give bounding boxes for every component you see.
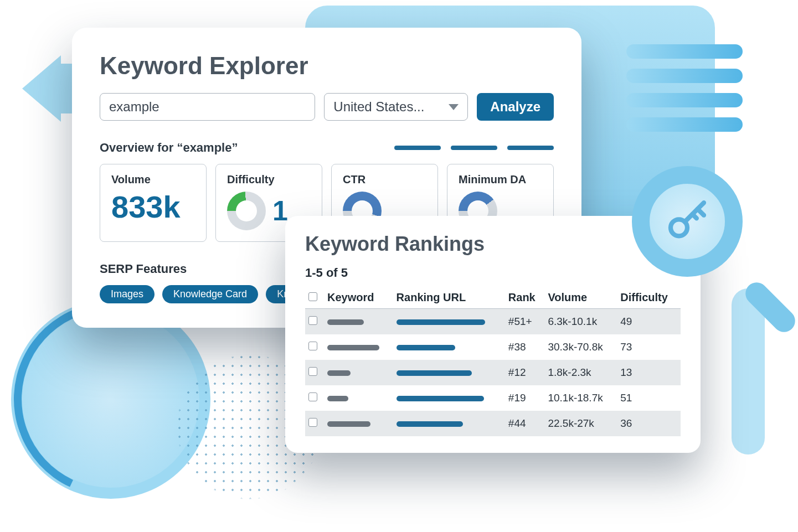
row-checkbox[interactable]	[308, 418, 317, 427]
row-checkbox[interactable]	[308, 316, 317, 325]
col-keyword: Keyword	[324, 287, 393, 309]
decor-lines	[626, 44, 743, 142]
keyword-placeholder-bar	[327, 421, 370, 427]
serp-chip[interactable]: Knowledge Card	[162, 285, 258, 303]
select-all-checkbox[interactable]	[308, 292, 317, 301]
chevron-down-icon	[449, 104, 459, 110]
cell-difficulty: 36	[617, 411, 681, 436]
decor-bar-right	[732, 288, 765, 454]
rankings-count: 1-5 of 5	[305, 266, 681, 280]
keyword-placeholder-bar	[327, 319, 364, 325]
rankings-title: Keyword Rankings	[305, 233, 681, 256]
analyze-button[interactable]: Analyze	[477, 93, 554, 121]
metric-difficulty-label: Difficulty	[227, 173, 311, 186]
overview-label: Overview for “example”	[100, 141, 238, 155]
col-volume: Volume	[544, 287, 617, 309]
table-row: #4422.5k-27k36	[305, 411, 681, 436]
decor-magnifier	[632, 166, 776, 310]
page-title: Keyword Explorer	[100, 52, 554, 80]
url-placeholder-bar	[397, 319, 485, 325]
overview-tab-indicators	[394, 146, 554, 150]
keyword-placeholder-bar	[327, 345, 379, 350]
table-row: #121.8k-2.3k13	[305, 360, 681, 385]
metric-volume-value: 833k	[111, 192, 195, 223]
cell-volume: 22.5k-27k	[544, 411, 617, 436]
cell-difficulty: 13	[617, 360, 681, 385]
metric-volume-label: Volume	[111, 173, 195, 186]
search-row: United States... Analyze	[100, 93, 554, 121]
table-row: #3830.3k-70.8k73	[305, 334, 681, 360]
metric-difficulty-value: 1	[272, 195, 288, 227]
col-rank: Rank	[505, 287, 545, 309]
keyword-input[interactable]	[100, 93, 315, 121]
metric-volume: Volume 833k	[100, 164, 207, 242]
cell-rank: #12	[505, 360, 545, 385]
decor-arrow-left	[22, 55, 61, 122]
cell-volume: 1.8k-2.3k	[544, 360, 617, 385]
cell-rank: #44	[505, 411, 545, 436]
cell-volume: 6.3k-10.1k	[544, 309, 617, 335]
cell-rank: #51+	[505, 309, 545, 335]
table-row: #1910.1k-18.7k51	[305, 385, 681, 411]
cell-volume: 30.3k-70.8k	[544, 334, 617, 360]
keyword-placeholder-bar	[327, 370, 351, 376]
serp-chip[interactable]: Images	[100, 285, 155, 303]
keyword-placeholder-bar	[327, 396, 348, 401]
url-placeholder-bar	[397, 345, 455, 350]
metric-ctr-label: CTR	[343, 173, 426, 186]
row-checkbox[interactable]	[308, 367, 317, 376]
difficulty-donut-icon	[227, 192, 266, 230]
cell-rank: #19	[505, 385, 545, 411]
row-checkbox[interactable]	[308, 342, 317, 350]
country-select[interactable]: United States...	[324, 93, 468, 121]
col-url: Ranking URL	[393, 287, 505, 309]
url-placeholder-bar	[397, 396, 484, 401]
cell-rank: #38	[505, 334, 545, 360]
rankings-table: Keyword Ranking URL Rank Volume Difficul…	[305, 287, 681, 436]
cell-volume: 10.1k-18.7k	[544, 385, 617, 411]
cell-difficulty: 73	[617, 334, 681, 360]
url-placeholder-bar	[397, 421, 463, 427]
url-placeholder-bar	[397, 370, 472, 376]
metric-min-da-label: Minimum DA	[459, 173, 542, 186]
cell-difficulty: 49	[617, 309, 681, 335]
cell-difficulty: 51	[617, 385, 681, 411]
table-row: #51+6.3k-10.1k49	[305, 309, 681, 335]
row-checkbox[interactable]	[308, 392, 317, 401]
key-icon	[662, 197, 712, 246]
country-select-value: United States...	[333, 99, 424, 115]
